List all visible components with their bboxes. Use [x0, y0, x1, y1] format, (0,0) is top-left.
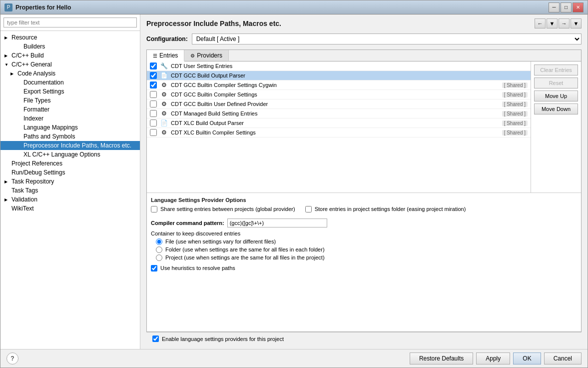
enable-checkbox[interactable] — [152, 336, 159, 342]
sidebar-item-label: Formatter — [23, 106, 49, 113]
sidebar-item-file-types[interactable]: File Types — [0, 96, 140, 105]
store-checkbox[interactable] — [305, 206, 312, 212]
entry-badge-8: [ Shared ] — [502, 130, 528, 136]
sidebar-item-validation[interactable]: ▶ Validation — [0, 195, 140, 204]
expand-arrow: ▶ — [4, 198, 9, 202]
sidebar-item-label: Resource — [11, 34, 37, 41]
sidebar-item-xl-cpp[interactable]: XL C/C++ Language Options — [0, 150, 140, 159]
compiler-input[interactable] — [227, 218, 327, 228]
sidebar-item-cpp-general[interactable]: ▼ C/C++ General — [0, 60, 140, 69]
entry-badge-7: [ Shared ] — [502, 120, 528, 126]
sidebar-tree: ▶ Resource Builders ▶ C/C++ Build ▼ C/C+… — [0, 31, 140, 349]
enable-label: Enable language settings providers for t… — [162, 336, 284, 342]
entry-row: ⚙ CDT GCC Builtin Compiler Settings [ Sh… — [147, 90, 531, 100]
radio-file[interactable] — [156, 238, 162, 245]
entry-text-1: CDT User Setting Entries — [171, 63, 528, 69]
lang-settings-title: Language Settings Provider Options — [151, 197, 577, 203]
title-bar-left: P Properties for Hello — [4, 4, 71, 12]
side-buttons: Clear Entries Reset Move Up Move Down — [531, 62, 581, 192]
entry-icon-7: 📄 — [160, 120, 168, 126]
filter-input[interactable] — [3, 18, 137, 28]
move-up-button[interactable]: Move Up — [534, 90, 578, 102]
config-select[interactable]: Default [ Active ] Debug Release — [192, 34, 582, 44]
heuristics-checkbox[interactable] — [151, 265, 157, 272]
back-dropdown-button[interactable]: ▼ — [547, 18, 558, 28]
ok-button[interactable]: OK — [513, 352, 541, 364]
sidebar-item-project-references[interactable]: Project References — [0, 159, 140, 168]
bottom-bar: Enable language settings providers for t… — [146, 332, 582, 345]
sidebar-item-run-debug[interactable]: Run/Debug Settings — [0, 168, 140, 177]
sidebar-item-indexer[interactable]: Indexer — [0, 114, 140, 123]
tabs-content: 🔧 CDT User Setting Entries 📄 CDT GCC Bui… — [147, 62, 581, 192]
compiler-label: Compiler command pattern: — [151, 220, 224, 226]
entries-wrapper: 🔧 CDT User Setting Entries 📄 CDT GCC Bui… — [147, 62, 581, 192]
sidebar-item-label: Preprocessor Include Paths, Macros etc. — [23, 142, 131, 149]
entry-checkbox-7[interactable] — [150, 120, 157, 126]
maximize-button[interactable]: □ — [561, 2, 572, 12]
sidebar-item-label: Indexer — [23, 115, 43, 122]
properties-window: P Properties for Hello ─ □ ✕ ▶ Resource — [0, 0, 588, 368]
footer-left: ? — [6, 352, 18, 364]
sidebar-item-preprocessor[interactable]: Preprocessor Include Paths, Macros etc. — [0, 141, 140, 150]
entry-row: ⚙ CDT XLC Builtin Compiler Settings [ Sh… — [147, 128, 531, 138]
container-title: Container to keep discovered entries — [151, 230, 577, 236]
move-down-button[interactable]: Move Down — [534, 104, 578, 114]
restore-defaults-button[interactable]: Restore Defaults — [410, 352, 473, 364]
tab-entries[interactable]: ☰ Entries — [147, 50, 184, 62]
sidebar-item-label: Builders — [23, 43, 45, 50]
close-button[interactable]: ✕ — [573, 2, 584, 12]
providers-tab-icon: ⚙ — [190, 53, 195, 58]
clear-entries-button[interactable]: Clear Entries — [534, 64, 578, 76]
sidebar-item-label: Documentation — [23, 79, 64, 86]
sidebar-item-export-settings[interactable]: Export Settings — [0, 87, 140, 96]
sidebar-item-language-mappings[interactable]: Language Mappings — [0, 123, 140, 132]
entry-row: ⚙ CDT GCC Builtin User Defined Provider … — [147, 100, 531, 109]
tab-providers[interactable]: ⚙ Providers — [184, 50, 229, 61]
entry-row: 🔧 CDT User Setting Entries — [147, 62, 531, 71]
forward-button[interactable]: → — [559, 18, 570, 28]
radio-file-label: File (use when settings vary for differe… — [165, 238, 276, 244]
title-bar: P Properties for Hello ─ □ ✕ — [0, 0, 588, 14]
radio-project[interactable] — [156, 254, 162, 261]
main-content: ▶ Resource Builders ▶ C/C++ Build ▼ C/C+… — [0, 14, 588, 349]
compiler-row: Compiler command pattern: — [151, 218, 577, 228]
sidebar-item-builders[interactable]: Builders — [0, 42, 140, 51]
share-checkbox[interactable] — [151, 206, 157, 212]
forward-dropdown-button[interactable]: ▼ — [571, 18, 582, 28]
sidebar-item-paths-symbols[interactable]: Paths and Symbols — [0, 132, 140, 141]
entry-checkbox-6[interactable] — [150, 110, 157, 117]
sidebar-item-cpp-build[interactable]: ▶ C/C++ Build — [0, 51, 140, 60]
cancel-button[interactable]: Cancel — [544, 352, 582, 364]
entry-checkbox-3[interactable] — [150, 82, 157, 88]
help-button[interactable]: ? — [6, 352, 18, 364]
sidebar-item-documentation[interactable]: Documentation — [0, 78, 140, 87]
sidebar-item-code-analysis[interactable]: ▶ Code Analysis — [0, 69, 140, 78]
entry-text-5: CDT GCC Builtin User Defined Provider — [171, 101, 499, 107]
sidebar: ▶ Resource Builders ▶ C/C++ Build ▼ C/C+… — [0, 14, 140, 349]
sidebar-item-label: C/C++ Build — [11, 52, 44, 59]
entry-checkbox-1[interactable] — [150, 62, 157, 70]
sidebar-item-resource[interactable]: ▶ Resource — [0, 33, 140, 42]
entry-icon-3: ⚙ — [160, 82, 168, 88]
share-checkbox-label: Share setting entries between projects (… — [160, 206, 295, 212]
expand-arrow: ▶ — [10, 72, 15, 76]
entry-checkbox-5[interactable] — [150, 100, 157, 108]
minimize-button[interactable]: ─ — [549, 2, 560, 12]
sidebar-item-task-repository[interactable]: ▶ Task Repository — [0, 177, 140, 186]
entry-badge-4: [ Shared ] — [502, 92, 528, 98]
sidebar-item-task-tags[interactable]: Task Tags — [0, 186, 140, 195]
window-controls: ─ □ ✕ — [549, 2, 584, 12]
entry-row: 📄 CDT XLC Build Output Parser [ Shared ] — [147, 118, 531, 128]
sidebar-item-wikitext[interactable]: WikiText — [0, 204, 140, 213]
entry-checkbox-2[interactable] — [150, 72, 157, 79]
entries-list: 🔧 CDT User Setting Entries 📄 CDT GCC Bui… — [147, 62, 531, 192]
entry-checkbox-8[interactable] — [150, 129, 157, 136]
entry-icon-6: ⚙ — [160, 110, 168, 117]
radio-folder[interactable] — [156, 246, 162, 253]
entry-checkbox-4[interactable] — [150, 91, 157, 98]
apply-button[interactable]: Apply — [476, 352, 510, 364]
reset-button[interactable]: Reset — [534, 78, 578, 88]
sidebar-item-formatter[interactable]: Formatter — [0, 105, 140, 114]
sidebar-item-label: File Types — [23, 97, 50, 104]
back-button[interactable]: ← — [535, 18, 546, 28]
